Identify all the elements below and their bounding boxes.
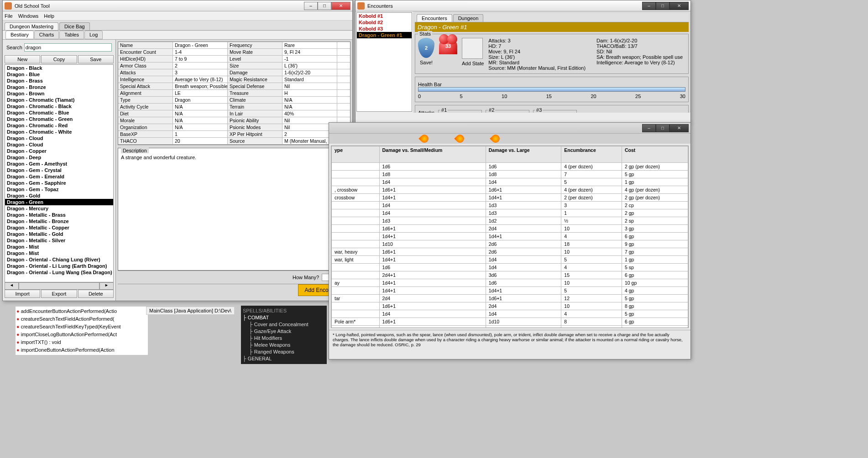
creature-item[interactable]: Dragon - Brass	[5, 78, 113, 84]
table-row[interactable]: Pole arm*1d6+11d1086 gp	[332, 318, 688, 326]
stat-value[interactable]: 1-4	[173, 49, 228, 55]
creature-item[interactable]: Dragon - Gem - Topaz	[5, 186, 113, 193]
encounter-item[interactable]: Dragon - Green #1	[357, 32, 412, 38]
tab-dungeon-mastering[interactable]: Dungeon Mastering	[5, 22, 58, 30]
creature-item[interactable]: Dragon - Mist	[5, 250, 113, 256]
creature-item[interactable]: Dragon - Gem - Emerald	[5, 173, 113, 180]
stat-value[interactable]: N/A	[173, 124, 228, 130]
column-header[interactable]: Encumbrance	[561, 146, 622, 163]
scroll-track[interactable]	[19, 282, 99, 290]
stat-value[interactable]: Rare	[282, 42, 337, 48]
creature-item[interactable]: Dragon - Cloud	[5, 141, 113, 148]
table-row[interactable]: 1d41d445 gp	[332, 310, 688, 318]
minimize-button[interactable]: –	[642, 2, 656, 10]
stat-value[interactable]: N/A	[173, 104, 228, 110]
stat-value[interactable]: L (36')	[282, 62, 337, 69]
stat-value[interactable]: N/A	[282, 104, 337, 110]
tree-general[interactable]: GENERAL	[243, 355, 325, 362]
table-row[interactable]: crossbow1d4+11d4+12 (per dozen)2 gp (per…	[332, 194, 688, 202]
save-button[interactable]: Save	[78, 55, 114, 63]
table-row[interactable]: 1d102d6189 gp	[332, 240, 688, 248]
table-row[interactable]: 1d4+11d4+154 gp	[332, 287, 688, 295]
creature-item[interactable]: Dragon - Brown	[5, 90, 113, 97]
outline-method[interactable]: importCloseLogButtonActionPerformed(Act	[16, 331, 147, 338]
table-row[interactable]: 1d41d332 cp	[332, 202, 688, 209]
table-row[interactable]: 2d4+13d6156 gp	[332, 271, 688, 279]
creature-item[interactable]: Dragon - Black	[5, 65, 113, 71]
outline-method[interactable]: addEncounterButtonActionPerformed(Actio	[16, 307, 147, 315]
table-row[interactable]: 1d6+12d4103 gp	[332, 225, 688, 233]
creature-item[interactable]: Dragon - Chromatic (Tiamat)	[5, 97, 113, 103]
table-row[interactable]: 1d61d64 (per dozen)2 gp (per dozen)	[332, 163, 688, 171]
stat-value[interactable]: 20	[173, 138, 228, 144]
tree-item[interactable]: Cover and Concealment	[243, 321, 325, 328]
table-row[interactable]: war, light1d4+11d451 gp	[332, 256, 688, 264]
maximize-button[interactable]: □	[656, 2, 669, 10]
close-button[interactable]: ✕	[669, 124, 689, 132]
code-outline[interactable]: addEncounterButtonActionPerformed(Actioc…	[16, 307, 148, 355]
creature-item[interactable]: Dragon - Oriental - Li Lung (Earth Drago…	[5, 263, 113, 269]
creature-item[interactable]: Dragon - Green	[5, 199, 113, 205]
tree-combat[interactable]: COMBAT	[243, 314, 325, 321]
stat-value[interactable]: Dragon - Green	[173, 42, 228, 48]
stat-value[interactable]: 1-6(x2)/2-20	[282, 69, 337, 76]
save-label[interactable]: Save!	[418, 60, 434, 65]
table-row[interactable]: Sling bullet1d4+11d6+14 (per dozen)1 gp …	[332, 326, 688, 328]
state-box[interactable]	[462, 38, 483, 59]
outline-method[interactable]: importDoneButtonActionPerformed(Action	[16, 346, 147, 354]
search-input[interactable]	[24, 43, 112, 52]
creature-item[interactable]: Dragon - Chromatic - White	[5, 129, 113, 135]
tree-item[interactable]: Gaze/Eye Attack	[243, 328, 325, 335]
creature-item[interactable]: Dragon - Metallic - Gold	[5, 231, 113, 237]
titlebar[interactable]: Old School Tool – □ ✕	[3, 0, 352, 11]
creature-item[interactable]: Dragon - Chromatic - Black	[5, 103, 113, 109]
tree-item[interactable]: Melee Weapons	[243, 342, 325, 349]
stat-value[interactable]: N/A	[173, 117, 228, 124]
tab-dungeon[interactable]: Dungeon	[453, 14, 484, 22]
tab-dice-bag[interactable]: Dice Bag	[59, 22, 90, 30]
encounter-item[interactable]: Kobold #1	[357, 13, 412, 19]
creature-item[interactable]: Dragon - Gem - Sapphire	[5, 180, 113, 186]
table-row[interactable]: , crossbow1d6+11d6+14 (per dozen)4 gp (p…	[332, 186, 688, 194]
maximize-button[interactable]: □	[318, 2, 331, 10]
table-row[interactable]: 1d41d451 gp	[332, 178, 688, 186]
column-header[interactable]: Cost	[622, 146, 688, 163]
stat-value[interactable]: 9, Fl 24	[282, 49, 337, 55]
table-row[interactable]: war, heavy1d6+12d6107 gp	[332, 248, 688, 256]
minimize-button[interactable]: –	[642, 124, 656, 132]
creature-item[interactable]: Dragon - Oriental - Chiang Lung (River)	[5, 256, 113, 263]
stat-value[interactable]: 3	[173, 69, 228, 76]
attack-box[interactable]: #3READY!Hit!	[533, 110, 577, 113]
creature-item[interactable]: Dragon - Metallic - Bronze	[5, 218, 113, 224]
subtab-log[interactable]: Log	[84, 31, 103, 39]
copy-button[interactable]: Copy	[41, 55, 77, 63]
titlebar-table[interactable]: – □ ✕	[329, 123, 690, 134]
encounter-list[interactable]: Kobold #1Kobold #2Kobold #3Dragon - Gree…	[356, 12, 412, 112]
creature-item[interactable]: Dragon - Gem - Crystal	[5, 167, 113, 173]
stat-value[interactable]: Average to Very (8-12)	[173, 76, 228, 83]
creature-item[interactable]: Dragon - Metallic - Copper	[5, 224, 113, 231]
table-row[interactable]: 1d4+11d4+146 gp	[332, 233, 688, 240]
table-row[interactable]: 1d6+12d4108 gp	[332, 302, 688, 310]
stat-value[interactable]: H	[282, 90, 337, 96]
creature-item[interactable]: Dragon - Cloud	[5, 135, 113, 141]
stat-value[interactable]: Standard	[282, 76, 337, 83]
creature-item[interactable]: Dragon - Blue	[5, 71, 113, 78]
tree-item[interactable]: Ranged Weapons	[243, 349, 325, 355]
table-row[interactable]: 1d31d2½2 sp	[332, 217, 688, 225]
creature-item[interactable]: Dragon - Mercury	[5, 205, 113, 212]
stat-value[interactable]: Dragon	[173, 97, 228, 103]
import-button[interactable]: Import	[5, 290, 40, 298]
titlebar-encounters[interactable]: Encounters – □ ✕	[356, 0, 690, 11]
creature-item[interactable]: Dragon - Gem - Amethyst	[5, 161, 113, 167]
stat-value[interactable]: LE	[173, 90, 228, 96]
attack-box[interactable]: #2READY!Hit!	[486, 110, 529, 113]
tab-encounters[interactable]: Encounters	[417, 14, 452, 22]
creature-item[interactable]: Dragon - Bronze	[5, 84, 113, 90]
stat-value[interactable]: Nil	[282, 83, 337, 89]
menu-help[interactable]: Help	[44, 13, 54, 19]
creature-item[interactable]: Dragon - Copper	[5, 148, 113, 154]
rules-tree[interactable]: SPELLS/ABILITIES COMBAT Cover and Concea…	[241, 306, 327, 364]
close-button[interactable]: ✕	[331, 2, 350, 10]
table-row[interactable]: tar2d41d6+1125 gp	[332, 295, 688, 302]
